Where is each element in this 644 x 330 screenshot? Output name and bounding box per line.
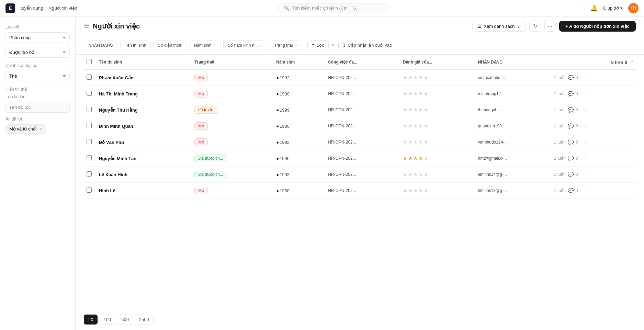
time-cell: 1 tuần <box>554 124 566 128</box>
filter-status-pill[interactable]: Trạng thái ⌄ <box>270 41 302 50</box>
row-checkbox[interactable] <box>87 155 92 160</box>
star-icon: ★ <box>423 75 428 81</box>
sort-button[interactable]: ⇅ Cập nhật lần cuối vào <box>342 43 392 48</box>
filters-bar: NHẬN DẠNG Tên thí sinh Số điện thoại Năm… <box>76 36 644 55</box>
candidate-name: Nguyễn Thu Hằng <box>99 107 138 113</box>
job-cell: HR-OPN-202... <box>325 134 400 150</box>
avatar[interactable]: TH <box>628 3 639 13</box>
comment-icon[interactable]: 💬 <box>568 123 574 129</box>
table-row: Lê Xuân Hinh Đã được ch... ●1993 HR-OPN-… <box>84 167 636 183</box>
page-header-left: ☰ Người xin việc <box>84 22 140 30</box>
filter-id-pill[interactable]: NHẬN DẠNG <box>84 41 117 50</box>
show-tag-label: Hiển thị thẻ <box>5 87 70 92</box>
comment-icon[interactable]: 💬 <box>568 156 574 161</box>
search-box[interactable]: 🔍 Tìm kiếm hoặc gõ lệnh (Ctrl + G) <box>279 3 388 13</box>
page-size-20[interactable]: 20 <box>84 315 98 325</box>
heart-icon[interactable]: ♡ <box>583 91 588 96</box>
table-row: Phạm Xuân Cần Mở ●1992 HR-OPN-202... ★★★… <box>84 70 636 86</box>
edit-filter-select[interactable]: Thè <box>5 71 70 81</box>
year-chevron-icon: ⌄ <box>213 43 216 47</box>
filter-name-input[interactable] <box>5 102 70 113</box>
page-size-2500[interactable]: 2500 <box>135 315 154 325</box>
row-checkbox[interactable] <box>87 123 92 128</box>
col-rating: Đánh giá của... <box>400 55 475 70</box>
candidate-name: Lê Xuân Hinh <box>99 172 127 177</box>
filter-year-pill[interactable]: Năm sinh ⌄ <box>190 41 221 50</box>
heart-icon[interactable]: ♡ <box>583 75 588 80</box>
heart-icon[interactable]: ♡ <box>583 156 588 161</box>
heart-icon[interactable]: ♡ <box>583 172 588 177</box>
row-checkbox[interactable] <box>87 91 92 96</box>
filter-years-exp-pill[interactable]: Số năm kinh n... ⌄ <box>223 41 267 50</box>
star-icon: ★ <box>418 123 423 129</box>
identity-cell: nmt@gmail.c-... <box>475 150 552 167</box>
page-size-500[interactable]: 500 <box>117 315 133 325</box>
add-applicant-button[interactable]: + A dd Người nộp đơn xin việc <box>559 21 636 32</box>
select-all-checkbox[interactable] <box>87 59 92 64</box>
dot-separator: · <box>580 188 581 193</box>
star-icon: ★ <box>423 91 428 97</box>
year-cell: ●1980 <box>273 183 325 199</box>
job-cell: HR-OPN-202... <box>325 70 400 86</box>
filter-name-pill[interactable]: Tên thí sinh <box>120 41 151 50</box>
page-size-100[interactable]: 100 <box>99 315 115 325</box>
star-icon: ★ <box>413 155 418 161</box>
row-checkbox[interactable] <box>87 187 92 193</box>
star-icon: ★ <box>423 139 428 145</box>
job-cell: HR-OPN-202... <box>325 167 400 183</box>
row-checkbox[interactable] <box>87 75 92 80</box>
row-checkbox[interactable] <box>87 107 92 112</box>
menu-icon[interactable]: ☰ <box>84 22 89 30</box>
page-header-right: ☰ Xem danh sách ⌄ ↻ ··· + A dd Người nộp… <box>472 21 636 32</box>
view-chevron-icon: ⌄ <box>517 24 521 29</box>
comment-icon[interactable]: 💬 <box>568 172 574 177</box>
comment-count: 0 <box>576 91 578 96</box>
star-icon: ★ <box>403 139 407 145</box>
more-options-button[interactable]: ··· <box>544 21 556 32</box>
comment-icon[interactable]: 💬 <box>568 188 574 193</box>
comment-icon[interactable]: 💬 <box>568 91 574 96</box>
pagination: 20 100 500 2500 <box>76 309 644 330</box>
filter-button[interactable]: ≡ Lọc <box>307 40 328 50</box>
filter-active-row: ≡ Lọc ✕ | ⇅ Cập nhật lần cuối vào <box>307 40 392 50</box>
remove-filter-icon[interactable]: ✕ <box>39 127 42 132</box>
heart-icon[interactable]: ♡ <box>583 188 588 193</box>
help-button[interactable]: Giúp đỡ ▾ <box>603 5 623 11</box>
clear-filter-icon[interactable]: ✕ <box>331 43 335 48</box>
breadcrumb-recruitment[interactable]: tuyển dụng <box>21 5 43 11</box>
heart-icon[interactable]: ♡ <box>583 107 588 113</box>
table-row: Đinh Minh Quân Mở ●1980 HR-OPN-202... ★★… <box>84 118 636 134</box>
rating-stars: ★★★★★ <box>403 155 473 161</box>
comment-icon[interactable]: 💬 <box>568 139 574 145</box>
table-row: Nguyễn Thu Hằng đã trả lời ●1999 HR-OPN-… <box>84 102 636 118</box>
star-icon: ★ <box>408 107 413 113</box>
rating-stars: ★★★★★ <box>403 187 473 194</box>
row-checkbox[interactable] <box>87 139 92 144</box>
filter-phan-cong-select[interactable]: Phân công <box>5 32 70 43</box>
list-icon: ☰ <box>477 24 482 29</box>
comment-icon[interactable]: 💬 <box>568 75 574 80</box>
save-filter-label: Lưu bộ lọc <box>5 94 70 99</box>
year-cell: ●1980 <box>273 118 325 134</box>
star-icon: ★ <box>418 171 423 178</box>
rating-stars: ★★★★★ <box>403 123 473 129</box>
comment-icon[interactable]: 💬 <box>568 107 574 113</box>
heart-icon[interactable]: ♡ <box>583 139 588 145</box>
filter-phone-pill[interactable]: Số điện thoại <box>154 41 187 50</box>
table-row: Nguyễn Minh Tân Đã được ch... ●1996 HR-O… <box>84 150 636 167</box>
active-filter-tag: Mở và từ chối ✕ <box>5 124 46 134</box>
star-icon: ★ <box>403 91 407 97</box>
status-badge: đã trả lời <box>194 106 218 114</box>
refresh-button[interactable]: ↻ <box>529 21 541 32</box>
star-icon: ★ <box>418 107 423 113</box>
view-list-button[interactable]: ☰ Xem danh sách ⌄ <box>472 21 526 32</box>
heart-icon[interactable]: ♡ <box>583 123 588 129</box>
table-row: Hà Thị Minh Trang Mở ●1980 HR-OPN-202...… <box>84 86 636 102</box>
notification-icon[interactable]: 🔔 <box>590 4 598 12</box>
candidate-name: Phạm Xuân Cần <box>99 75 134 80</box>
candidate-name: Đinh Minh Quân <box>99 124 133 129</box>
filter-created-by-select[interactable]: Được tạo bởi <box>5 47 70 58</box>
row-actions: 1 tuần 💬 0 · ♡ <box>554 75 633 80</box>
time-cell: 1 tuần <box>554 172 566 177</box>
row-checkbox[interactable] <box>87 171 92 177</box>
